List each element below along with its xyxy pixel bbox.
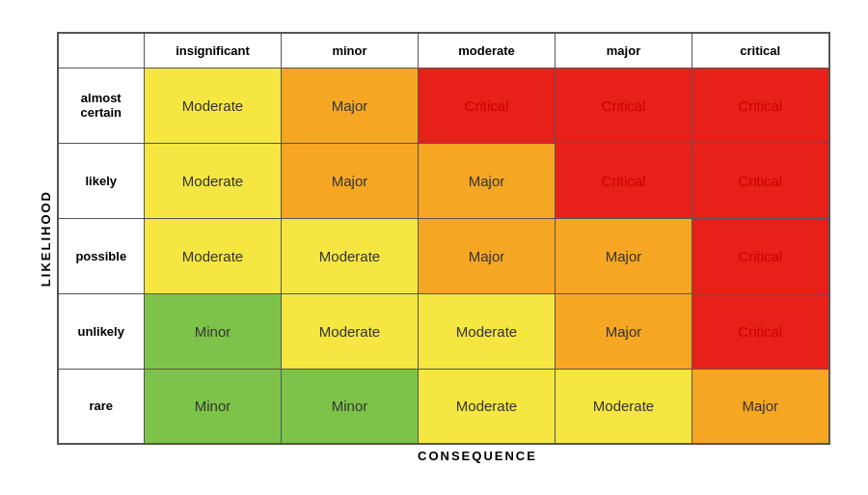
cell-r0-c0: Moderate xyxy=(145,68,282,143)
row-header-possible: possible xyxy=(58,218,145,293)
cell-r2-c4: Critical xyxy=(692,218,829,293)
cell-r0-c3: Critical xyxy=(556,68,692,143)
cell-r1-c0: Moderate xyxy=(145,143,282,218)
cell-r4-c3: Moderate xyxy=(556,369,692,444)
cell-r2-c3: Major xyxy=(556,218,692,293)
cell-r1-c1: Major xyxy=(282,143,419,218)
cell-r2-c2: Major xyxy=(419,218,556,293)
cell-r3-c1: Moderate xyxy=(282,293,419,369)
cell-r0-c2: Critical xyxy=(419,68,556,143)
col-header-moderate: moderate xyxy=(419,33,556,68)
cell-r4-c1: Minor xyxy=(282,369,419,444)
row-header-unlikely: unlikely xyxy=(58,293,145,369)
table-container: insignificantminormoderatemajorcritical … xyxy=(57,32,830,445)
risk-matrix-table: insignificantminormoderatemajorcritical … xyxy=(57,32,830,445)
cell-r3-c2: Moderate xyxy=(419,293,556,369)
col-header-insignificant: insignificant xyxy=(145,33,282,68)
cell-r3-c0: Minor xyxy=(145,293,282,369)
corner-cell xyxy=(58,33,145,68)
col-header-critical: critical xyxy=(692,33,829,68)
risk-matrix-wrapper: LIKELIHOOD insignificantminormoderatemaj… xyxy=(39,32,830,463)
cell-r4-c2: Moderate xyxy=(419,369,556,444)
cell-r1-c3: Critical xyxy=(556,143,692,218)
cell-r1-c2: Major xyxy=(419,143,556,218)
col-header-major: major xyxy=(556,33,692,68)
x-axis-label: CONSEQUENCE xyxy=(331,449,537,463)
y-axis-label: LIKELIHOOD xyxy=(39,190,53,287)
matrix-area: LIKELIHOOD insignificantminormoderatemaj… xyxy=(39,32,830,445)
cell-r0-c1: Major xyxy=(282,68,419,143)
row-header-almost-certain: almost certain xyxy=(58,68,145,143)
cell-r2-c0: Moderate xyxy=(145,218,282,293)
cell-r3-c4: Critical xyxy=(692,293,829,369)
cell-r2-c1: Moderate xyxy=(282,218,419,293)
cell-r4-c4: Major xyxy=(692,369,829,444)
col-header-minor: minor xyxy=(282,33,419,68)
row-header-rare: rare xyxy=(58,369,145,444)
cell-r0-c4: Critical xyxy=(692,68,829,143)
cell-r1-c4: Critical xyxy=(692,143,829,218)
cell-r4-c0: Minor xyxy=(145,369,282,444)
row-header-likely: likely xyxy=(58,143,145,218)
cell-r3-c3: Major xyxy=(556,293,692,369)
